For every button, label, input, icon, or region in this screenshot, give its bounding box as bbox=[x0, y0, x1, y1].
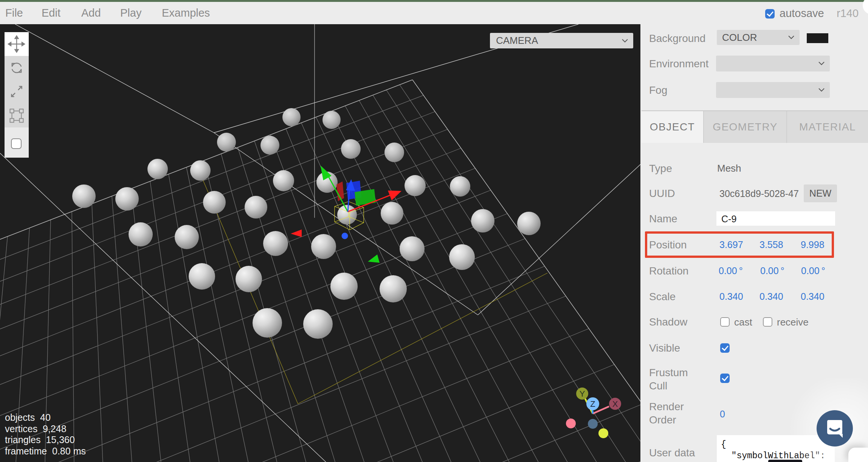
svg-text:Y: Y bbox=[580, 389, 585, 398]
svg-text:Z: Z bbox=[590, 399, 595, 409]
svg-text:X: X bbox=[612, 399, 618, 409]
